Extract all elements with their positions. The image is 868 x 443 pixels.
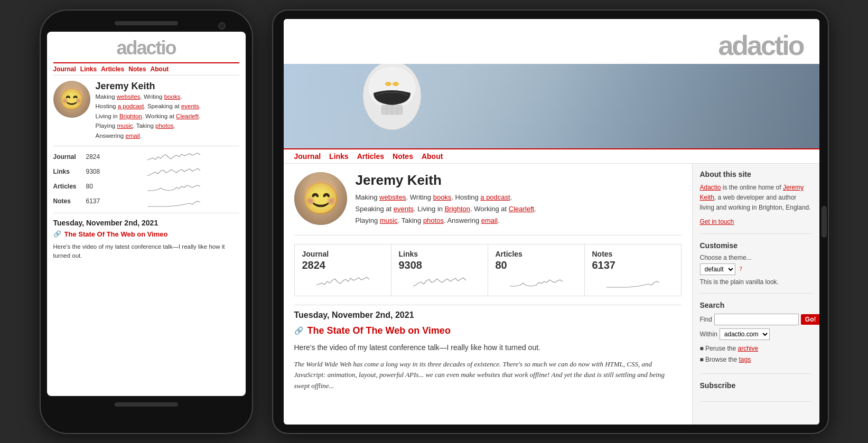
- tablet-stat-links-count: 9308: [399, 259, 480, 271]
- phone-nav-notes[interactable]: Notes: [128, 65, 146, 73]
- phone-nav: Journal Links Articles Notes About: [53, 62, 239, 76]
- phone-stat-articles: Articles 80: [53, 180, 239, 193]
- tablet-header: adactio: [284, 19, 819, 64]
- phone-bio-brighton-link[interactable]: Brighton: [119, 113, 142, 119]
- tablet-avatar-face: [294, 172, 347, 225]
- sidebar-within-select[interactable]: adactio.com: [720, 328, 770, 340]
- phone-article-excerpt: Here's the video of my latest conference…: [53, 242, 239, 261]
- tablet-profile-info: Jeremy Keith Making websites. Writing bo…: [356, 172, 536, 227]
- phone-stat-articles-count: 80: [86, 183, 105, 190]
- tablet-bio-books-link[interactable]: books: [433, 193, 452, 201]
- phone-bio-books-link[interactable]: books: [164, 93, 181, 100]
- sidebar-search-links: ■ Peruse the archive ■ Browse the tags: [700, 343, 812, 366]
- phone-bio-photos-link[interactable]: photos: [155, 122, 174, 129]
- tablet-avatar: [294, 172, 347, 225]
- tablet-bio-email-link[interactable]: email: [481, 216, 498, 224]
- sidebar-adactio-link[interactable]: Adactio: [700, 184, 721, 191]
- phone-bio-clearleft-link[interactable]: Clearleft: [176, 113, 199, 119]
- tablet-nav-notes[interactable]: Notes: [393, 152, 413, 161]
- phone-bio-podcast-link[interactable]: a podcast: [118, 103, 144, 109]
- tablet-stat-articles: Articles 80: [488, 244, 584, 296]
- sidebar-theme-select[interactable]: default: [700, 263, 735, 275]
- sidebar-subscribe-section: Subscribe: [700, 381, 812, 402]
- phone-article-link[interactable]: The State Of The Web on Vimeo: [64, 230, 168, 238]
- tablet-bio-websites-link[interactable]: websites: [379, 193, 406, 201]
- phone-nav-about[interactable]: About: [151, 65, 169, 73]
- tablet-nav: Journal Links Articles Notes About: [284, 148, 819, 164]
- phone-article-header: 🔗 The State Of The Web on Vimeo: [53, 230, 239, 238]
- sidebar-archive-pre: Peruse the: [705, 345, 738, 352]
- phone-stat-links-label: Links: [53, 168, 83, 175]
- tablet-stat-notes: Notes 6137: [585, 244, 681, 296]
- phone-stats: Journal 2824 Links 9308 Articles 80: [53, 146, 239, 208]
- phone-bio-websites-link[interactable]: websites: [117, 93, 141, 100]
- sidebar-search-title: Search: [700, 301, 812, 309]
- sidebar-about-text: Adactio is the online home of Jeremy Kei…: [700, 183, 812, 213]
- tablet-article-header: 🔗 The State Of The Web on Vimeo: [294, 325, 682, 336]
- phone-stat-journal-label: Journal: [53, 153, 83, 161]
- phone-avatar-face: [53, 81, 90, 118]
- tablet-body: Jeremy Keith Making websites. Writing bo…: [284, 164, 819, 425]
- tablet-side-button[interactable]: [822, 206, 827, 238]
- sidebar-search-section: Search Find Go! Within adactio.com: [700, 301, 812, 374]
- phone-bio-music-link[interactable]: music: [117, 122, 133, 129]
- phone-stat-articles-label: Articles: [53, 183, 83, 190]
- tablet-nav-about[interactable]: About: [422, 152, 443, 161]
- phone-nav-journal[interactable]: Journal: [53, 65, 76, 73]
- sidebar-theme-label: Choose a theme...: [700, 254, 812, 261]
- tablet-device: adactio: [273, 11, 828, 433]
- tablet-bio-events-link[interactable]: events: [394, 205, 414, 213]
- tablet-nav-links[interactable]: Links: [329, 152, 349, 161]
- tablet-sparkline-notes: [592, 274, 674, 288]
- tablet-bio-brighton-link[interactable]: Brighton: [445, 205, 470, 213]
- tablet-nav-articles[interactable]: Articles: [357, 152, 384, 161]
- phone-bio-events-link[interactable]: events: [181, 103, 199, 109]
- phone-home-button[interactable]: [115, 402, 178, 407]
- sidebar-tags-link[interactable]: tags: [739, 356, 751, 363]
- sidebar-tags-pre: Browse the: [705, 356, 739, 363]
- phone-screen: adactio Journal Links Articles Notes Abo…: [47, 32, 246, 396]
- phone-nav-links[interactable]: Links: [80, 65, 97, 73]
- tablet-profile-name: Jeremy Keith: [356, 172, 536, 188]
- tablet-article-date: Tuesday, November 2nd, 2021: [294, 305, 682, 320]
- sidebar-search-input[interactable]: [714, 314, 799, 325]
- sidebar-archive-link[interactable]: archive: [738, 345, 758, 352]
- sidebar-get-in-touch-link[interactable]: Get in touch: [700, 218, 734, 225]
- sidebar-about-section: About this site Adactio is the online ho…: [700, 170, 812, 234]
- phone-device: adactio Journal Links Articles Notes Abo…: [41, 11, 252, 433]
- tablet-stat-articles-count: 80: [496, 259, 577, 271]
- tablet-stat-notes-count: 6137: [592, 259, 674, 271]
- tablet-bio-podcast-link[interactable]: a podcast: [480, 193, 510, 201]
- tablet-bio-music-link[interactable]: music: [380, 216, 398, 224]
- phone-stat-links: Links 9308: [53, 165, 239, 178]
- phone-article-date: Tuesday, November 2nd, 2021: [53, 213, 239, 227]
- tablet-article-link[interactable]: The State Of The Web on Vimeo: [307, 325, 451, 336]
- sidebar-search-button[interactable]: Go!: [801, 314, 819, 325]
- tablet-stat-links: Links 9308: [391, 244, 488, 296]
- tablet-nav-journal[interactable]: Journal: [294, 152, 321, 161]
- tablet-sparkline-articles: [496, 274, 577, 288]
- tablet-stat-journal-count: 2824: [302, 259, 384, 271]
- tablet-sidebar: About this site Adactio is the online ho…: [693, 164, 819, 425]
- phone-stat-journal-count: 2824: [86, 153, 105, 161]
- sidebar-about-text-post: , a web developer and author living and …: [700, 194, 811, 211]
- sidebar-within-row: Within adactio.com: [700, 328, 812, 340]
- tablet-article-quote: The World Wide Web has come a long way i…: [294, 359, 682, 392]
- sidebar-find-label: Find: [700, 316, 712, 323]
- tablet-main-content: Jeremy Keith Making websites. Writing bo…: [284, 164, 693, 425]
- phone-bio-email-link[interactable]: email: [125, 133, 139, 139]
- phone-sparkline-links: [108, 165, 239, 178]
- phone-sparkline-journal: [108, 150, 239, 163]
- phone-sparkline-notes: [108, 195, 239, 208]
- sidebar-theme-help-link[interactable]: ?: [740, 265, 742, 273]
- sidebar-subscribe-title: Subscribe: [700, 381, 812, 390]
- tablet-bio-photos-link[interactable]: photos: [423, 216, 444, 224]
- tablet-profile: Jeremy Keith Making websites. Writing bo…: [294, 172, 682, 235]
- phone-stat-notes-count: 6137: [86, 197, 105, 205]
- sidebar-about-title: About this site: [700, 170, 812, 178]
- phone-nav-articles[interactable]: Articles: [101, 65, 124, 73]
- phone-link-icon: 🔗: [53, 230, 61, 238]
- tablet-bio-clearleft-link[interactable]: Clearleft: [509, 205, 534, 213]
- tablet-hero-image: [284, 64, 819, 148]
- phone-site-logo: adactio: [116, 37, 175, 59]
